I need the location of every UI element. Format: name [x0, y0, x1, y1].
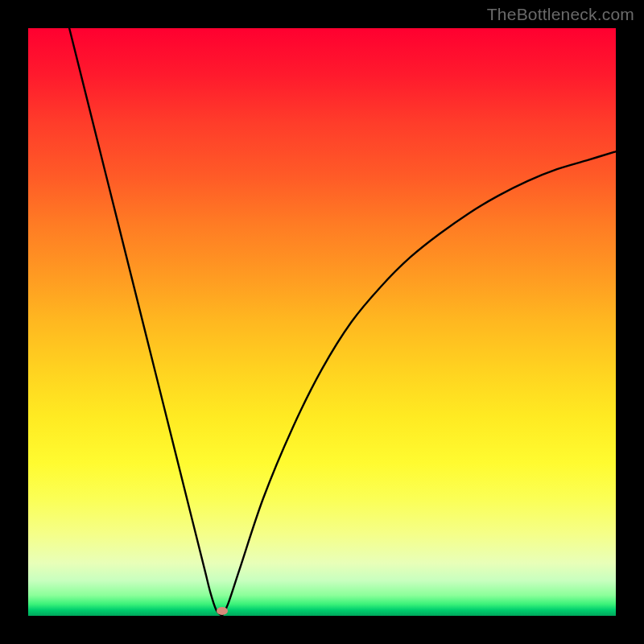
plot-area: [28, 28, 616, 616]
curve-svg: [28, 28, 616, 616]
watermark-text: TheBottleneck.com: [487, 5, 634, 24]
chart-frame: TheBottleneck.com: [0, 0, 644, 644]
optimal-point-marker: [217, 607, 228, 615]
bottleneck-curve-path: [69, 28, 616, 616]
